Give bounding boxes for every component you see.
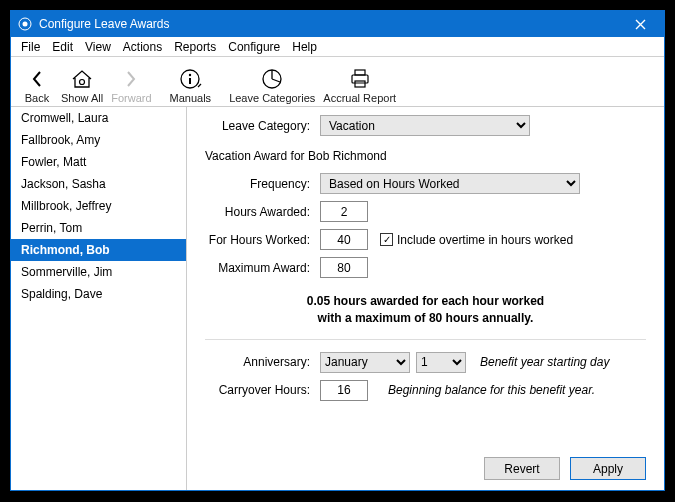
menu-file[interactable]: File [15,38,46,56]
toolbar-back-label: Back [25,92,49,104]
chevron-right-icon [124,66,138,92]
award-summary: 0.05 hours awarded for each hour worked … [205,293,646,327]
carryover-label: Carryover Hours: [205,383,320,397]
leave-category-label: Leave Category: [205,119,320,133]
menubar: File Edit View Actions Reports Configure… [11,37,664,57]
apply-button[interactable]: Apply [570,457,646,480]
sidebar-item[interactable]: Perrin, Tom [11,217,186,239]
sidebar-item[interactable]: Cromwell, Laura [11,107,186,129]
max-award-input[interactable] [320,257,368,278]
button-bar: Revert Apply [484,457,646,480]
sidebar-item[interactable]: Fowler, Matt [11,151,186,173]
menu-help[interactable]: Help [286,38,323,56]
chevron-left-icon [30,66,44,92]
window-title: Configure Leave Awards [39,17,620,31]
sidebar-item[interactable]: Richmond, Bob [11,239,186,261]
info-icon [178,66,202,92]
svg-rect-9 [355,81,365,87]
toolbar-manuals-label: Manuals [170,92,212,104]
checkbox-icon: ✓ [380,233,393,246]
toolbar-showall-label: Show All [61,92,103,104]
sidebar-item[interactable]: Jackson, Sasha [11,173,186,195]
anniversary-month-select[interactable]: January [320,352,410,373]
sidebar-item[interactable]: Sommerville, Jim [11,261,186,283]
toolbar-manuals[interactable]: Manuals [166,58,216,106]
anniversary-hint: Benefit year starting day [480,355,609,369]
leave-category-select[interactable]: Vacation [320,115,530,136]
svg-rect-5 [189,78,191,84]
svg-point-2 [80,79,85,84]
pie-icon [261,66,283,92]
sidebar-item[interactable]: Millbrook, Jeffrey [11,195,186,217]
svg-rect-7 [355,70,365,75]
anniversary-label: Anniversary: [205,355,320,369]
printer-icon [348,66,372,92]
frequency-select[interactable]: Based on Hours Worked [320,173,580,194]
svg-point-4 [189,73,191,75]
section-title: Vacation Award for Bob Richmond [205,149,646,163]
toolbar-leavecat-label: Leave Categories [229,92,315,104]
svg-point-1 [23,22,28,27]
toolbar-forward-label: Forward [111,92,151,104]
toolbar-accrual-label: Accrual Report [323,92,396,104]
toolbar-forward: Forward [107,58,155,106]
carryover-hint: Beginning balance for this benefit year. [388,383,595,397]
titlebar: Configure Leave Awards [11,11,664,37]
menu-reports[interactable]: Reports [168,38,222,56]
close-button[interactable] [620,11,660,37]
svg-rect-8 [352,75,368,83]
toolbar-leave-categories[interactable]: Leave Categories [225,58,319,106]
revert-button[interactable]: Revert [484,457,560,480]
include-overtime-checkbox[interactable]: ✓ Include overtime in hours worked [380,233,573,247]
content: Cromwell, LauraFallbrook, AmyFowler, Mat… [11,107,664,490]
include-overtime-label: Include overtime in hours worked [397,233,573,247]
sidebar: Cromwell, LauraFallbrook, AmyFowler, Mat… [11,107,187,490]
toolbar: Back Show All Forward Manuals [11,57,664,107]
for-hours-worked-input[interactable] [320,229,368,250]
max-award-label: Maximum Award: [205,261,320,275]
sidebar-item[interactable]: Spalding, Dave [11,283,186,305]
toolbar-accrual-report[interactable]: Accrual Report [319,58,400,106]
summary-line-1: 0.05 hours awarded for each hour worked [205,293,646,310]
divider [205,339,646,340]
anniversary-day-select[interactable]: 1 [416,352,466,373]
close-icon [635,19,646,30]
menu-edit[interactable]: Edit [46,38,79,56]
hours-awarded-label: Hours Awarded: [205,205,320,219]
summary-line-2: with a maximum of 80 hours annually. [205,310,646,327]
carryover-input[interactable] [320,380,368,401]
frequency-label: Frequency: [205,177,320,191]
home-icon [70,66,94,92]
hours-awarded-input[interactable] [320,201,368,222]
for-hours-worked-label: For Hours Worked: [205,233,320,247]
menu-configure[interactable]: Configure [222,38,286,56]
menu-view[interactable]: View [79,38,117,56]
toolbar-showall[interactable]: Show All [57,58,107,106]
toolbar-back[interactable]: Back [17,58,57,106]
app-icon [17,16,33,32]
sidebar-item[interactable]: Fallbrook, Amy [11,129,186,151]
menu-actions[interactable]: Actions [117,38,168,56]
main-panel: Leave Category: Vacation Vacation Award … [187,107,664,490]
window: Configure Leave Awards File Edit View Ac… [10,10,665,491]
